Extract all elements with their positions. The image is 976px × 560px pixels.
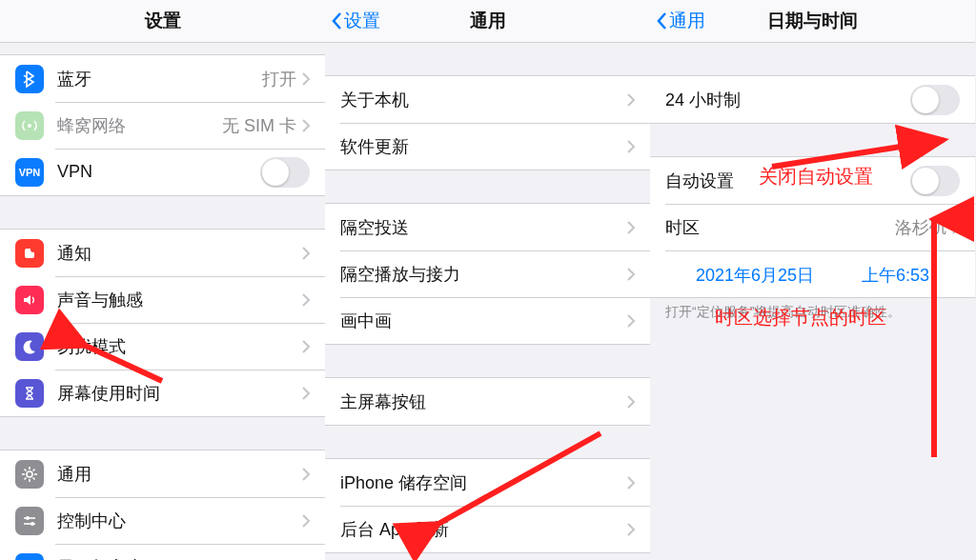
row-screentime[interactable]: 屏幕使用时间 xyxy=(0,370,325,416)
three-pane-composite: 设置 蓝牙 打开 蜂窝网络 无 SIM 卡 VPN VPN xyxy=(0,0,976,560)
chevron-right-icon xyxy=(952,221,960,234)
row-24hour[interactable]: 24 小时制 xyxy=(650,76,975,123)
row-value: 无 SIM 卡 xyxy=(222,114,296,137)
row-about[interactable]: 关于本机 xyxy=(325,76,650,123)
chevron-right-icon xyxy=(302,247,310,260)
vpn-icon: VPN xyxy=(15,158,44,187)
row-label: 画中画 xyxy=(340,310,627,332)
navbar-title: 设置 xyxy=(145,9,181,33)
svg-point-2 xyxy=(30,247,36,252)
pane-general: 设置 通用 关于本机 软件更新 隔空投送 隔空播放与接力 画中画 主屏幕按钮 i… xyxy=(325,0,651,560)
chevron-right-icon xyxy=(302,119,310,132)
bluetooth-icon xyxy=(15,65,44,93)
row-picker[interactable]: 2021年6月25日 上午6:53 xyxy=(650,250,975,297)
chevron-left-icon xyxy=(656,11,667,30)
row-timezone[interactable]: 时区洛杉矶 xyxy=(650,204,975,250)
row-general[interactable]: 通用 xyxy=(0,450,325,497)
row-label: 后台 App 刷新 xyxy=(340,518,627,541)
chevron-right-icon xyxy=(302,340,310,353)
svg-line-8 xyxy=(25,469,27,470)
notification-icon xyxy=(15,239,44,268)
row-airplay[interactable]: 隔空播放与接力 xyxy=(325,250,650,297)
vpn-toggle[interactable] xyxy=(260,157,310,188)
row-label: 主屏幕按钮 xyxy=(340,390,627,413)
row-label: 蓝牙 xyxy=(57,68,262,90)
row-bg-refresh[interactable]: 后台 App 刷新 xyxy=(325,506,650,552)
moon-icon xyxy=(15,332,44,361)
row-vpn[interactable]: VPN VPN xyxy=(0,149,325,195)
sliders-icon xyxy=(15,507,44,535)
chevron-right-icon xyxy=(302,72,310,86)
row-notifications[interactable]: 通知 xyxy=(0,230,325,276)
row-pip[interactable]: 画中画 xyxy=(325,297,650,344)
svg-point-15 xyxy=(30,522,34,526)
footer-note: 打开“定位服务”将提高自动时区准确性。 xyxy=(650,298,975,327)
row-cellular[interactable]: 蜂窝网络 无 SIM 卡 xyxy=(0,102,325,149)
picker-date[interactable]: 2021年6月25日 xyxy=(696,264,814,287)
row-label: 时区 xyxy=(665,216,895,239)
row-label: 隔空投送 xyxy=(340,216,627,239)
display-icon: AA xyxy=(15,553,44,561)
hourglass-icon xyxy=(15,379,44,408)
chevron-right-icon xyxy=(627,268,635,281)
chevron-right-icon xyxy=(302,387,310,400)
row-label: 24 小时制 xyxy=(665,89,910,111)
row-label: 关于本机 xyxy=(340,89,627,111)
chevron-right-icon xyxy=(627,221,635,234)
row-display[interactable]: AA 显示与亮度 xyxy=(0,544,325,560)
row-label: 软件更新 xyxy=(340,135,627,158)
row-dnd[interactable]: 勿扰模式 xyxy=(0,323,325,370)
datetime-picker[interactable]: 2021年6月25日 上午6:53 xyxy=(696,256,929,292)
row-software-update[interactable]: 软件更新 xyxy=(325,123,650,170)
antenna-icon xyxy=(15,111,44,140)
navbar-general: 设置 通用 xyxy=(325,0,650,43)
chevron-right-icon xyxy=(627,523,635,536)
row-auto-set[interactable]: 自动设置 xyxy=(650,157,975,204)
speaker-icon xyxy=(15,286,44,314)
toggle-auto-set[interactable] xyxy=(910,166,960,196)
navbar-datetime: 通用 日期与时间 xyxy=(650,0,975,43)
back-button[interactable]: 设置 xyxy=(331,9,380,33)
row-label: 显示与亮度 xyxy=(57,556,302,561)
row-label: 勿扰模式 xyxy=(57,335,302,358)
row-label: VPN xyxy=(57,162,260,182)
back-label: 通用 xyxy=(669,9,705,33)
toggle-24hour[interactable] xyxy=(910,85,960,115)
svg-point-0 xyxy=(28,124,31,128)
row-value: 打开 xyxy=(262,68,296,90)
row-label: 蜂窝网络 xyxy=(57,114,222,137)
pane-date-time: 通用 日期与时间 24 小时制 自动设置 时区洛杉矶 2021年6月25日 上午… xyxy=(650,0,975,560)
pane-settings: 设置 蓝牙 打开 蜂窝网络 无 SIM 卡 VPN VPN xyxy=(0,0,326,560)
row-label: 隔空播放与接力 xyxy=(340,263,627,286)
row-storage[interactable]: iPhone 储存空间 xyxy=(325,459,650,506)
picker-time[interactable]: 上午6:53 xyxy=(862,264,929,287)
row-bluetooth[interactable]: 蓝牙 打开 xyxy=(0,55,325,102)
navbar-title: 通用 xyxy=(470,9,506,33)
chevron-right-icon xyxy=(302,514,310,528)
svg-line-10 xyxy=(25,477,27,479)
row-sounds[interactable]: 声音与触感 xyxy=(0,276,325,323)
back-button[interactable]: 通用 xyxy=(656,9,705,33)
svg-line-9 xyxy=(33,477,35,479)
navbar-title: 日期与时间 xyxy=(767,9,858,33)
chevron-right-icon xyxy=(627,314,635,328)
row-label: 通用 xyxy=(57,463,302,486)
row-label: iPhone 储存空间 xyxy=(340,471,627,494)
chevron-right-icon xyxy=(627,476,635,490)
row-label: 通知 xyxy=(57,242,302,265)
row-label: 控制中心 xyxy=(57,510,302,532)
chevron-right-icon xyxy=(627,93,635,107)
row-label: 声音与触感 xyxy=(57,289,302,311)
chevron-right-icon xyxy=(302,468,310,481)
row-control-center[interactable]: 控制中心 xyxy=(0,497,325,544)
row-label: 自动设置 xyxy=(665,170,910,192)
row-home-button[interactable]: 主屏幕按钮 xyxy=(325,378,650,425)
row-value: 洛杉矶 xyxy=(895,216,946,239)
chevron-right-icon xyxy=(627,140,635,153)
chevron-right-icon xyxy=(302,293,310,307)
row-airdrop[interactable]: 隔空投送 xyxy=(325,204,650,250)
svg-line-11 xyxy=(33,469,35,470)
svg-point-3 xyxy=(27,471,32,477)
row-label: 屏幕使用时间 xyxy=(57,382,302,405)
chevron-right-icon xyxy=(627,395,635,409)
